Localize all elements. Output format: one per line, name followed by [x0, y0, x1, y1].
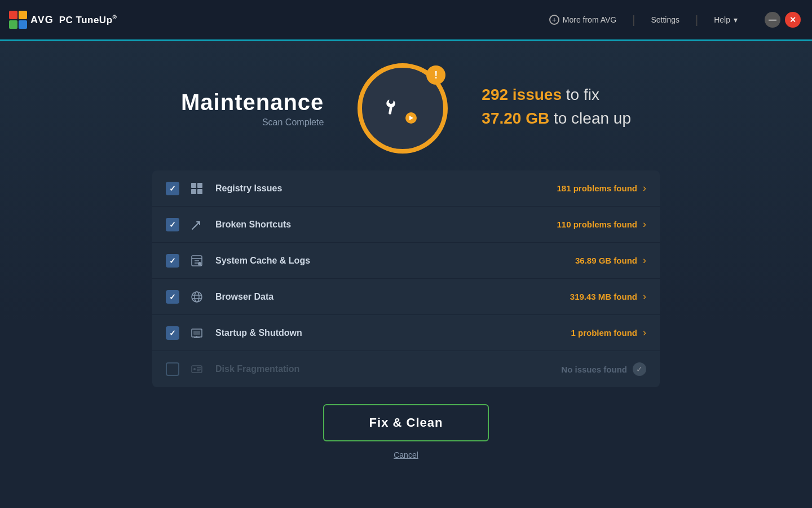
plus-icon: +: [549, 15, 559, 25]
checkbox-broken-shortcuts[interactable]: [166, 218, 179, 231]
svg-rect-19: [193, 331, 200, 335]
checkbox-startup-shutdown[interactable]: [166, 326, 179, 340]
logo-block-orange: [19, 11, 27, 19]
result-row-startup-shutdown[interactable]: Startup & Shutdown 1 problem found ›: [152, 315, 660, 351]
chevron-right-icon: ›: [643, 291, 646, 303]
browser-data-icon: [188, 288, 205, 305]
registry-issues-count: 181 problems found: [557, 183, 637, 193]
registry-issues-label: Registry Issues: [215, 183, 557, 194]
logo-blocks: [9, 11, 27, 29]
chevron-right-icon: ›: [643, 218, 646, 230]
system-cache-size: 36.89 GB found: [575, 256, 637, 265]
page-title: Maintenance: [181, 90, 324, 115]
scan-icon: [383, 89, 422, 128]
results-card: Registry Issues 181 problems found › Bro…: [152, 170, 660, 387]
result-row-broken-shortcuts[interactable]: Broken Shortcuts 110 problems found ›: [152, 207, 660, 243]
settings-link[interactable]: Settings: [646, 13, 684, 27]
scan-status: Scan Complete: [181, 117, 324, 128]
no-issues-icon: ✓: [633, 362, 646, 376]
svg-point-13: [195, 292, 199, 302]
result-row-browser-data[interactable]: Browser Data 319.43 MB found ›: [152, 279, 660, 315]
header-section: Maintenance Scan Complete: [152, 63, 660, 154]
registry-issues-result: 181 problems found ›: [557, 182, 646, 194]
logo-block-green: [9, 20, 17, 29]
browser-data-label: Browser Data: [215, 292, 570, 302]
window-controls: — ✕: [765, 12, 801, 28]
main-content: Maintenance Scan Complete: [0, 41, 812, 508]
chevron-right-icon: ›: [643, 182, 646, 194]
stats-section: 292 issues to fix 37.20 GB to clean up: [482, 85, 631, 133]
svg-text:✕: ✕: [198, 262, 201, 265]
broken-shortcuts-label: Broken Shortcuts: [215, 220, 557, 230]
checkbox-system-cache[interactable]: [166, 254, 179, 268]
nav-separator-2: |: [695, 14, 698, 27]
maintenance-icon: [383, 89, 422, 128]
svg-point-21: [193, 368, 196, 370]
fix-clean-button[interactable]: Fix & Clean: [323, 404, 489, 441]
titlebar-right: + More from AVG | Settings | Help ▾ — ✕: [545, 12, 801, 28]
disk-fragmentation-status: No issues found: [561, 365, 627, 374]
startup-shutdown-result: 1 problem found ›: [571, 327, 647, 339]
broken-shortcuts-icon: [188, 216, 205, 233]
alert-badge: !: [426, 65, 445, 85]
more-from-avg-link[interactable]: + More from AVG: [545, 12, 621, 27]
startup-shutdown-icon: [188, 325, 205, 341]
result-row-system-cache[interactable]: ✕ System Cache & Logs 36.89 GB found ›: [152, 243, 660, 279]
logo-product-name: PC TuneUp®: [59, 14, 117, 26]
disk-fragmentation-icon: [188, 361, 205, 378]
broken-shortcuts-result: 110 problems found ›: [557, 218, 646, 230]
disk-fragmentation-label: Disk Fragmentation: [215, 364, 561, 374]
logo-avg-text: AVG: [30, 14, 54, 26]
startup-shutdown-count: 1 problem found: [571, 328, 638, 338]
issues-stat: 292 issues to fix: [482, 85, 631, 105]
chevron-right-icon: ›: [643, 327, 646, 339]
minimize-button[interactable]: —: [765, 12, 780, 28]
close-button[interactable]: ✕: [785, 12, 801, 28]
help-link[interactable]: Help ▾: [709, 13, 742, 27]
svg-rect-5: [197, 189, 202, 194]
disk-fragmentation-result: No issues found ✓: [561, 362, 646, 376]
svg-rect-3: [197, 183, 202, 188]
system-cache-label: System Cache & Logs: [215, 256, 575, 266]
startup-shutdown-label: Startup & Shutdown: [215, 328, 571, 338]
result-row-disk-fragmentation: Disk Fragmentation No issues found ✓: [152, 351, 660, 387]
logo-block-blue: [19, 20, 27, 29]
maintenance-text: Maintenance Scan Complete: [181, 90, 324, 128]
chevron-right-icon: ›: [643, 255, 646, 266]
cleanup-stat: 37.20 GB to clean up: [482, 108, 631, 129]
broken-shortcuts-count: 110 problems found: [557, 220, 637, 229]
cancel-link[interactable]: Cancel: [394, 450, 418, 459]
system-cache-result: 36.89 GB found ›: [575, 255, 646, 266]
registry-icon: [188, 180, 205, 197]
checkbox-registry-issues[interactable]: [166, 182, 179, 195]
svg-point-12: [192, 292, 202, 302]
nav-separator-1: |: [632, 14, 635, 27]
logo-block-red: [9, 11, 17, 19]
checkbox-browser-data[interactable]: [166, 290, 179, 304]
titlebar-left: AVG PC TuneUp®: [9, 11, 117, 29]
checkbox-disk-fragmentation[interactable]: [166, 362, 179, 376]
scan-icon-wrapper: !: [358, 63, 448, 154]
svg-rect-2: [191, 183, 196, 188]
system-cache-icon: ✕: [188, 252, 205, 269]
titlebar: AVG PC TuneUp® + More from AVG | Setting…: [0, 0, 812, 41]
browser-data-size: 319.43 MB found: [570, 292, 637, 301]
result-row-registry-issues[interactable]: Registry Issues 181 problems found ›: [152, 170, 660, 207]
chevron-down-icon: ▾: [734, 15, 738, 24]
svg-rect-4: [191, 189, 196, 194]
browser-data-result: 319.43 MB found ›: [570, 291, 646, 303]
avg-logo: AVG: [9, 11, 54, 29]
